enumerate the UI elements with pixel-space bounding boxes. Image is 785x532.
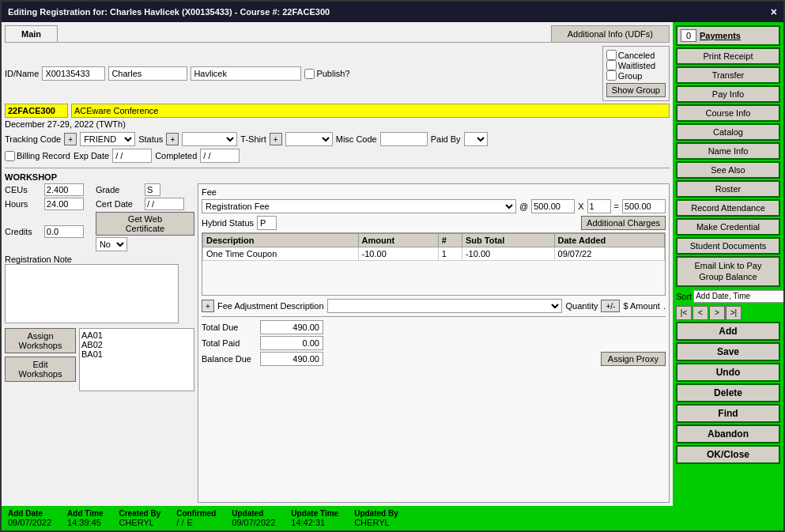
pay-info-button[interactable]: Pay Info [676,85,780,103]
payments-button[interactable]: Payments [700,31,741,40]
first-name-field[interactable] [108,66,187,81]
tracking-plus-button[interactable]: + [64,133,77,145]
assign-workshops-button[interactable]: Assign Workshops [5,328,76,353]
tshirt-label: T-Shirt [240,134,266,144]
balance-due-field[interactable] [260,352,323,366]
additional-charges-button[interactable]: Additional Charges [581,216,666,230]
workshop-list-area: Assign Workshops Edit Workshops AA01 AB0… [5,328,194,391]
nav-prev-button[interactable]: < [693,306,708,320]
roster-button[interactable]: Roster [676,180,780,198]
catalog-button[interactable]: Catalog [676,123,780,141]
id-field[interactable] [42,66,105,81]
credits-field[interactable] [44,225,84,238]
save-button[interactable]: Save [676,342,780,361]
close-button[interactable]: × [771,6,777,18]
email-link-button[interactable]: Email Link to PayGroup Balance [676,256,780,287]
get-web-cert-select[interactable]: No [96,237,127,251]
date-row: December 27-29, 2022 (TWTh) [5,119,670,129]
transfer-button[interactable]: Transfer [676,66,780,84]
tracking-select[interactable]: FRIEND [80,132,135,146]
paid-by-select[interactable] [464,132,488,146]
nav-last-button[interactable]: >| [726,306,742,320]
total-paid-field[interactable] [260,336,323,350]
print-receipt-button[interactable]: Print Receipt [676,47,780,65]
update-time-item: Update Time 14:42:31 [291,509,338,527]
totals-section: Total Due Total Paid Balance Due Assign … [202,316,666,366]
nav-first-button[interactable]: |< [676,306,692,320]
fee-adjustment-row: + Fee Adjustment Description Quantity +/… [202,299,666,313]
fee-quantity-field[interactable] [587,199,611,213]
group-checkbox[interactable] [606,70,617,81]
undo-button[interactable]: Undo [676,363,780,382]
ok-close-button[interactable]: OK/Close [676,445,780,464]
total-paid-row: Total Paid [202,336,666,350]
status-plus-button[interactable]: + [166,133,179,145]
course-name-field[interactable] [71,104,670,118]
updated-label: Updated [232,509,275,518]
exp-date-field[interactable] [112,149,152,163]
reg-note-textarea[interactable] [5,264,179,323]
add-time-item: Add Time 14:39:45 [67,509,103,527]
created-by-value: CHERYL [119,518,160,527]
record-attendance-button[interactable]: Record Attendance [676,199,780,217]
assign-proxy-button[interactable]: Assign Proxy [601,352,666,366]
ceu-value-field[interactable] [44,183,84,196]
nav-next-button[interactable]: > [709,306,725,320]
fee-adj-select[interactable] [327,299,563,313]
delete-button[interactable]: Delete [676,383,780,402]
canceled-checkbox[interactable] [606,50,617,60]
abandon-button[interactable]: Abandon [676,424,780,443]
publish-checkbox[interactable] [304,69,315,79]
balance-due-row: Balance Due Assign Proxy [202,352,666,366]
billing-checkbox[interactable] [5,151,15,161]
workshop-listbox[interactable]: AA01 AB02 BA01 [79,328,194,391]
sort-label: Sort [676,292,692,301]
sort-input[interactable] [693,290,783,303]
cert-date-field[interactable] [145,198,184,210]
hybrid-value-field[interactable] [257,216,277,230]
see-also-button[interactable]: See Also [676,161,780,179]
last-name-field[interactable] [191,66,301,81]
find-button[interactable]: Find [676,404,780,423]
billing-label: Billing Record [5,151,70,161]
get-web-cert-button[interactable]: Get Web Certificate [96,212,194,236]
add-time-value: 14:39:45 [67,518,103,527]
qty-plus-minus-button[interactable]: +/- [601,300,620,312]
grade-label: Grade [96,185,143,194]
edit-workshops-button[interactable]: Edit Workshops [5,357,76,382]
course-info-button[interactable]: Course Info [676,104,780,122]
canceled-label: Canceled [606,50,666,60]
lower-area: CEUs Grade Hours Cert Date Credits Get W… [5,183,670,503]
add-button[interactable]: Add [676,322,780,341]
updated-by-item: Updated By CHERYL [354,509,398,527]
cell-date-added: 09/07/22 [554,247,664,261]
fee-amount-field[interactable] [531,199,575,213]
list-item[interactable]: AB02 [81,340,192,349]
total-due-field[interactable] [260,320,323,334]
list-item[interactable]: AA01 [81,330,192,340]
show-group-button[interactable]: Show Group [606,83,666,97]
name-info-button[interactable]: Name Info [676,142,780,160]
misc-label: Misc Code [336,134,377,144]
tab-main[interactable]: Main [5,25,58,42]
grade-field[interactable] [145,183,160,196]
list-item[interactable]: BA01 [81,349,192,359]
fee-type-select[interactable]: Registration Fee [202,199,516,213]
make-credential-button[interactable]: Make Credential [676,218,780,236]
tshirt-select[interactable] [285,132,333,146]
course-id-field[interactable] [5,104,68,118]
confirmed-value: / / [176,518,183,527]
status-select[interactable] [182,132,237,146]
completed-date-field[interactable] [200,149,240,163]
tshirt-plus-button[interactable]: + [270,133,282,145]
add-date-item: Add Date 09/07/2022 [8,509,51,527]
fee-total-field[interactable] [622,199,666,213]
fee-title: Fee [202,187,666,197]
waitlisted-checkbox[interactable] [606,60,617,70]
sort-row: Sort [676,290,780,303]
hours-field[interactable] [44,198,84,210]
student-documents-button[interactable]: Student Documents [676,237,780,255]
tab-additional-info[interactable]: Additional Info (UDFs) [551,25,670,42]
fee-adj-plus-button[interactable]: + [202,300,214,312]
misc-code-field[interactable] [380,132,428,146]
